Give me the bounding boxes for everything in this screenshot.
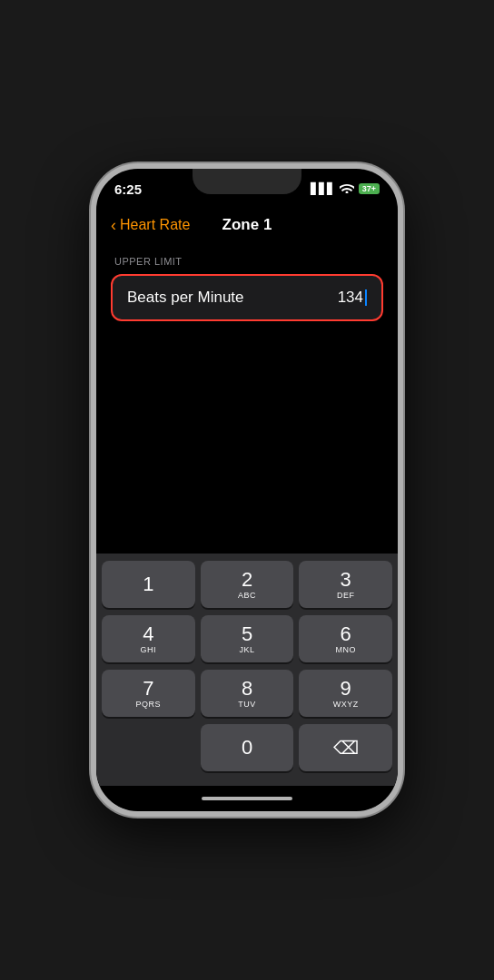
key-0-label: 0 <box>242 738 252 758</box>
back-label: Heart Rate <box>120 217 190 233</box>
wifi-icon <box>340 181 354 196</box>
volume-up-button <box>91 300 93 348</box>
key-4[interactable]: 4 GHI <box>102 615 195 662</box>
key-2[interactable]: 2 ABC <box>201 561 294 608</box>
key-6-sub: MNO <box>335 645 356 654</box>
status-time: 6:25 <box>114 181 142 197</box>
key-2-sub: ABC <box>238 591 256 600</box>
key-3[interactable]: 3 DEF <box>299 561 392 608</box>
key-1[interactable]: 1 <box>102 561 195 608</box>
key-5-sub: JKL <box>240 645 255 654</box>
key-6[interactable]: 6 MNO <box>299 615 392 662</box>
volume-down-button <box>91 359 93 407</box>
keyboard-row-1: 1 2 ABC 3 DEF <box>102 561 392 608</box>
input-value: 134 <box>338 289 367 307</box>
back-chevron-icon: ‹ <box>111 216 116 235</box>
key-7-label: 7 <box>143 679 153 699</box>
key-4-sub: GHI <box>141 645 157 654</box>
input-number: 134 <box>338 289 363 307</box>
home-bar <box>202 797 292 800</box>
phone-screen: 6:25 ▋▋▋ 37+ ‹ Heart Rate Zone 1 <box>96 169 398 811</box>
power-button <box>401 323 403 396</box>
key-8-label: 8 <box>242 679 252 699</box>
battery-indicator: 37+ <box>359 183 380 194</box>
silent-switch <box>91 260 93 289</box>
upper-limit-input[interactable]: Beats per Minute 134 <box>111 274 383 321</box>
content-spacer <box>96 412 398 554</box>
key-2-label: 2 <box>242 570 252 590</box>
delete-button[interactable]: ⌫ <box>299 724 392 771</box>
key-0[interactable]: 0 <box>201 724 294 771</box>
key-9[interactable]: 9 WXYZ <box>299 670 392 717</box>
navigation-bar: ‹ Heart Rate Zone 1 <box>96 209 398 241</box>
key-5-label: 5 <box>242 624 252 644</box>
keyboard-row-2: 4 GHI 5 JKL 6 MNO <box>102 615 392 662</box>
key-9-label: 9 <box>341 679 351 699</box>
key-9-sub: WXYZ <box>333 700 359 709</box>
key-empty <box>102 724 195 771</box>
key-5[interactable]: 5 JKL <box>201 615 294 662</box>
section-label: UPPER LIMIT <box>111 256 383 267</box>
keyboard-row-4: 0 ⌫ <box>102 724 392 771</box>
key-8[interactable]: 8 TUV <box>201 670 294 717</box>
key-3-label: 3 <box>341 570 351 590</box>
key-7[interactable]: 7 PQRS <box>102 670 195 717</box>
key-3-sub: DEF <box>337 591 355 600</box>
status-bar: 6:25 ▋▋▋ 37+ <box>96 169 398 209</box>
keyboard-row-3: 7 PQRS 8 TUV 9 WXYZ <box>102 670 392 717</box>
home-indicator <box>96 786 398 811</box>
numeric-keyboard: 1 2 ABC 3 DEF 4 GHI 5 <box>96 554 398 786</box>
input-label: Beats per Minute <box>127 289 244 307</box>
delete-icon: ⌫ <box>333 737 359 759</box>
key-6-label: 6 <box>341 624 351 644</box>
key-7-sub: PQRS <box>136 700 162 709</box>
notch <box>193 169 301 194</box>
signal-icon: ▋▋▋ <box>311 182 335 195</box>
key-8-sub: TUV <box>238 700 256 709</box>
content-area: UPPER LIMIT Beats per Minute 134 <box>96 241 398 412</box>
phone-frame: 6:25 ▋▋▋ 37+ ‹ Heart Rate Zone 1 <box>91 163 403 817</box>
key-4-label: 4 <box>143 624 153 644</box>
status-right: ▋▋▋ 37+ <box>311 181 380 196</box>
page-title: Zone 1 <box>222 216 272 234</box>
text-cursor <box>365 289 367 306</box>
key-1-label: 1 <box>143 574 153 594</box>
back-button[interactable]: ‹ Heart Rate <box>111 216 190 235</box>
